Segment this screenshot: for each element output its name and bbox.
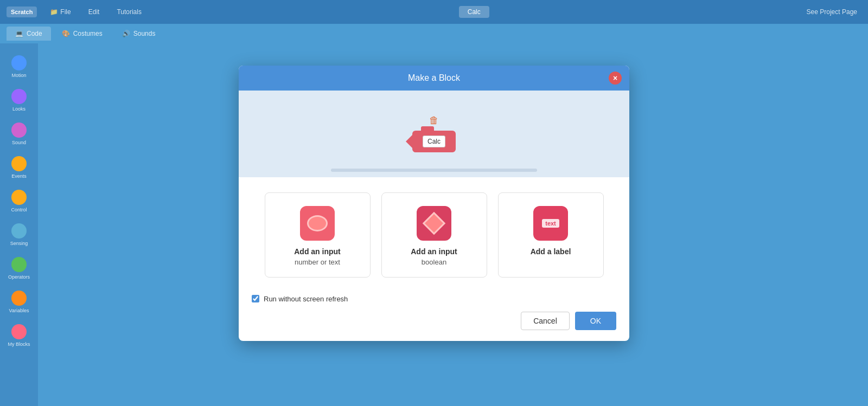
block-name-label[interactable]: Calc: [423, 136, 445, 147]
option-2-subtitle: boolean: [422, 258, 446, 266]
dialog-header: Make a Block ×: [239, 66, 629, 91]
checkbox-row: Run without screen refresh: [252, 295, 616, 303]
checkbox-label: Run without screen refresh: [264, 295, 348, 303]
block-notch: [421, 126, 434, 131]
close-button[interactable]: ×: [609, 72, 622, 85]
oval-shape: [307, 215, 328, 231]
input-number-text-icon: [300, 206, 335, 241]
option-add-label[interactable]: text Add a label: [498, 192, 604, 278]
dialog-title: Make a Block: [408, 73, 460, 83]
cancel-button[interactable]: Cancel: [521, 312, 570, 330]
input-boolean-icon: [417, 206, 451, 241]
run-without-refresh-checkbox[interactable]: [252, 295, 259, 302]
add-label-icon: text: [533, 206, 568, 241]
text-badge: text: [542, 219, 559, 228]
block-preview-area: 🗑 Calc: [239, 91, 629, 177]
trash-icon[interactable]: 🗑: [429, 115, 439, 126]
block-visual: 🗑 Calc: [412, 115, 456, 152]
make-block-dialog: Make a Block × 🗑 Calc: [239, 66, 629, 341]
option-2-title: Add an input: [411, 247, 457, 256]
option-input-boolean[interactable]: Add an input boolean: [381, 192, 487, 278]
block-shape: Calc: [412, 131, 456, 152]
block-body: Calc: [412, 131, 456, 152]
option-1-subtitle: number or text: [295, 258, 340, 266]
option-1-title: Add an input: [294, 247, 341, 256]
options-area: Add an input number or text Add an input…: [239, 177, 629, 288]
option-3-title: Add a label: [531, 247, 571, 256]
diamond-shape: [423, 211, 445, 234]
option-input-number-text[interactable]: Add an input number or text: [265, 192, 371, 278]
dialog-footer: Run without screen refresh Cancel OK: [239, 288, 629, 341]
footer-buttons: Cancel OK: [252, 312, 616, 330]
ok-button[interactable]: OK: [575, 312, 616, 330]
dialog-backdrop: Make a Block × 🗑 Calc: [0, 0, 868, 406]
preview-scrollbar[interactable]: [331, 169, 537, 172]
